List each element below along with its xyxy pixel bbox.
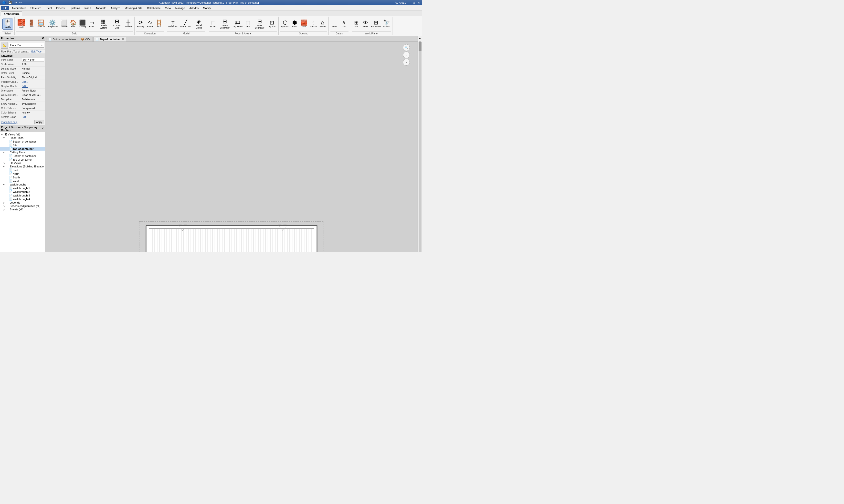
- grid-button[interactable]: # Grid: [340, 19, 349, 29]
- tag-area-button[interactable]: ⊡ Tag Area: [267, 19, 277, 29]
- floor-button[interactable]: ▭ Floor: [87, 19, 96, 29]
- tree-item-3d-views[interactable]: ▷3D Views: [0, 161, 45, 165]
- drawing-area[interactable]: /* hatch lines rendered below */: [45, 42, 418, 252]
- tree-item-views-(all)[interactable]: ▼🏗Views (all): [0, 133, 45, 136]
- scrollbar-thumb[interactable]: [419, 41, 422, 51]
- menu-insert[interactable]: Insert: [83, 6, 93, 10]
- save-button[interactable]: 💾: [7, 1, 13, 5]
- view-tab-bottom-of-container[interactable]: 📄Bottom of container: [46, 37, 78, 41]
- model-group-button[interactable]: ◈ Model Group: [192, 18, 205, 30]
- tree-item-top-of-container[interactable]: 📄Top of container: [0, 147, 45, 150]
- menu-annotate[interactable]: Annotate: [93, 6, 108, 10]
- tree-item-site[interactable]: 📄Site: [0, 143, 45, 147]
- project-browser-tree[interactable]: ▼🏗Views (all)▼Floor Plans📄Bottom of cont…: [0, 132, 45, 252]
- model-line-button[interactable]: ╱ Model Line: [179, 19, 192, 29]
- tree-item-west[interactable]: 📄West: [0, 179, 45, 183]
- area-button[interactable]: ◫ Area: [244, 19, 252, 29]
- apply-button[interactable]: Apply: [34, 120, 44, 124]
- menu-massing[interactable]: Massing & Site: [123, 6, 144, 10]
- view-tab-top-of-container[interactable]: 📄Top of container✕: [93, 37, 126, 41]
- menu-architecture[interactable]: Architecture: [10, 6, 28, 10]
- shaft-button[interactable]: ⬢ Shaft: [291, 19, 299, 29]
- tree-item-sheets-(all)[interactable]: ▷Sheets (all): [0, 208, 45, 211]
- ribbon-tabs: Architecture: [0, 11, 422, 16]
- by-face-button[interactable]: ⬡ By Face: [280, 19, 290, 29]
- zoom-fit-nav-button[interactable]: ⤢: [403, 59, 410, 66]
- menu-steel[interactable]: Steel: [44, 6, 54, 10]
- tree-item-walkthroughs[interactable]: ▼Walkthroughs: [0, 183, 45, 186]
- vertical-button[interactable]: ↕ Vertical: [309, 19, 318, 29]
- tree-item-south[interactable]: 📄South: [0, 176, 45, 179]
- tree-item-legends[interactable]: ▷Legends: [0, 201, 45, 204]
- tree-item-walkthrough-4[interactable]: 📄Walkthrough 4: [0, 197, 45, 201]
- tree-item-north[interactable]: 📄North: [0, 172, 45, 176]
- stair-button[interactable]: 🪜 Stair: [155, 19, 164, 29]
- ramp-button[interactable]: ∿ Ramp: [145, 19, 154, 29]
- tab-architecture[interactable]: Architecture: [1, 12, 22, 16]
- properties-help-link[interactable]: Properties help: [1, 121, 17, 124]
- tree-item-bottom-of-container[interactable]: 📄Bottom of container: [0, 140, 45, 143]
- properties-close-button[interactable]: ✕: [41, 37, 44, 40]
- menu-manage[interactable]: Manage: [173, 6, 187, 10]
- room-button[interactable]: ⬚ Room: [209, 19, 217, 29]
- maximize-button[interactable]: □: [412, 1, 416, 4]
- mullion-button[interactable]: ╫ Mullion: [124, 19, 133, 29]
- menu-modify[interactable]: Modify: [201, 6, 213, 10]
- component-button[interactable]: ⚙️ Component: [46, 19, 59, 29]
- app-menu-button[interactable]: 🔵: [1, 1, 6, 5]
- roof-button[interactable]: 🏠 Roof: [69, 19, 78, 29]
- wall-button[interactable]: 🧱 Wall: [16, 19, 27, 29]
- railing-button[interactable]: ⟳ Railing: [136, 19, 145, 29]
- curtain-system-button[interactable]: ▦ Curtain System: [97, 18, 110, 30]
- menu-precast[interactable]: Precast: [54, 6, 67, 10]
- tree-item-east[interactable]: 📄East: [0, 168, 45, 172]
- minimize-button[interactable]: —: [407, 1, 411, 4]
- undo-button[interactable]: ↩: [14, 1, 18, 5]
- edit-type-link[interactable]: Edit Type: [31, 50, 41, 53]
- tree-item-floor-plans[interactable]: ▼Floor Plans: [0, 136, 45, 140]
- viewer-button[interactable]: 🔭 Viewer: [382, 19, 391, 29]
- menu-analyze[interactable]: Analyze: [109, 6, 122, 10]
- model-text-button[interactable]: T Model Text: [167, 20, 179, 28]
- menu-view[interactable]: View: [163, 6, 173, 10]
- tree-item-schedules/quantities-(all)[interactable]: ▷Schedules/Quantities (all): [0, 204, 45, 208]
- type-dropdown[interactable]: Floor Plan ▾: [9, 43, 44, 48]
- tree-item-bottom-of-container[interactable]: 📄Bottom of container: [0, 154, 45, 158]
- ceiling-button[interactable]: ⬛ Ceiling: [78, 19, 87, 29]
- tag-room-button[interactable]: 🏷 Tag Room: [232, 19, 243, 29]
- level-button[interactable]: — Level: [330, 19, 339, 29]
- tree-item-walkthrough-3[interactable]: 📄Walkthrough 3: [0, 194, 45, 197]
- scroll-up-button[interactable]: ▲: [418, 37, 422, 40]
- zoom-in-nav-button[interactable]: 🔍: [403, 44, 410, 51]
- pb-close-button[interactable]: ✕: [41, 127, 44, 130]
- tree-item-walkthrough-2[interactable]: 📄Walkthrough 2: [0, 190, 45, 194]
- column-button[interactable]: ⬜ Column: [59, 19, 68, 29]
- window-button[interactable]: 🪟 Window: [36, 19, 46, 29]
- menu-file[interactable]: File: [1, 6, 9, 10]
- set-button[interactable]: ⊞ Set: [352, 19, 361, 29]
- redo-button[interactable]: ↪: [19, 1, 22, 5]
- navigation-widget[interactable]: 🔍 ↔ ⤢: [402, 44, 410, 66]
- tree-item-walkthrough-1[interactable]: 📄Walkthrough 1: [0, 186, 45, 190]
- menu-structure[interactable]: Structure: [28, 6, 43, 10]
- wall-opening-button[interactable]: 🧱 Wall: [300, 19, 309, 29]
- menu-addins[interactable]: Add-Ins: [187, 6, 200, 10]
- room-separator-button[interactable]: ⊟ Room Separator: [218, 18, 231, 30]
- close-button[interactable]: ✕: [417, 1, 421, 4]
- dormer-button[interactable]: ⌂ Dormer: [318, 19, 327, 29]
- tree-item-ceiling-plans[interactable]: ▼Ceiling Plans: [0, 150, 45, 154]
- door-button[interactable]: 🚪 Door: [27, 19, 36, 29]
- view-tab--3d-[interactable]: 📦(3D): [78, 37, 92, 41]
- tab-close-button[interactable]: ✕: [122, 38, 124, 41]
- tree-item-elevations-(building-elevation)[interactable]: ▼Elevations (Building Elevation): [0, 165, 45, 168]
- tree-item-top-of-container[interactable]: 📄Top of container: [0, 158, 45, 161]
- menu-systems[interactable]: Systems: [68, 6, 82, 10]
- scrollbar-track[interactable]: [419, 41, 422, 252]
- orbit-nav-button[interactable]: ↔: [403, 52, 410, 58]
- modify-button[interactable]: 🖱️ Modify: [2, 19, 13, 30]
- area-boundary-button[interactable]: ⊟ Area Boundary: [253, 18, 266, 30]
- show-button[interactable]: 👁 Show: [361, 19, 370, 29]
- ref-plane-button[interactable]: ⊟ Ref Plane: [370, 19, 382, 29]
- menu-collaborate[interactable]: Collaborate: [145, 6, 163, 10]
- curtain-grid-button[interactable]: ⊞ Curtain Grid: [110, 18, 124, 30]
